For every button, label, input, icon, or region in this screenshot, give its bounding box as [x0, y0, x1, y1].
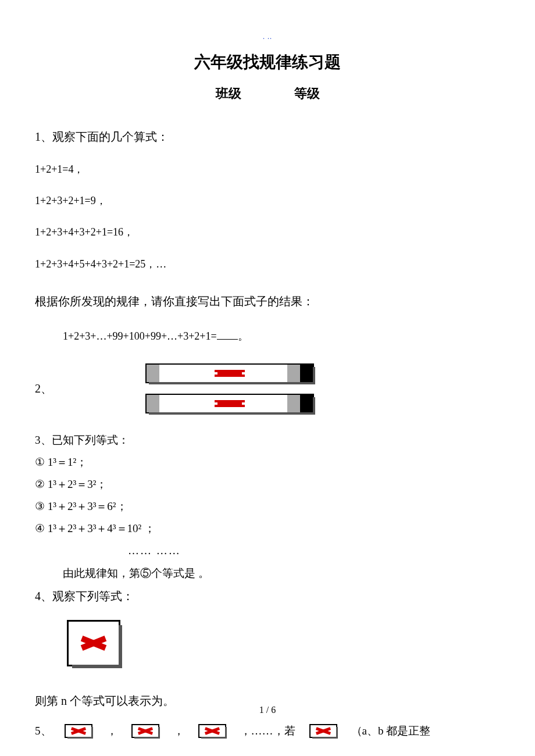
q1-final: 1+2+3+…+99+100+99+…+3+2+1=。 [35, 326, 500, 346]
q5-row2: 数），则 a+b 的最小值是 _。 [35, 751, 500, 756]
broken-image-icon [67, 620, 120, 666]
page-subtitle: 班级 等级 [35, 85, 500, 102]
page-footer: 1 / 6 [0, 705, 535, 715]
q4-lead: 4、观察下列等式： [35, 585, 500, 607]
q5-sep: ， [173, 720, 184, 742]
q1-final-expr: 1+2+3+…+99+100+99+…+3+2+1= [63, 330, 217, 342]
q2-label: 2、 [35, 377, 52, 400]
q3-item-3: ③ 1³＋2³＋3³＝6²； [35, 496, 500, 517]
page-title: 六年级找规律练习题 [35, 51, 500, 73]
header-mark: . .. [263, 33, 272, 41]
broken-image-icon [309, 724, 337, 738]
q5-sep: ， [106, 720, 117, 742]
q3-lead: 3、已知下列等式： [35, 430, 500, 451]
q3-dots: …… …… [35, 540, 500, 561]
q1-line-3: 1+2+3+4+3+2+1=16， [35, 222, 500, 242]
q3-item-1: ① 1³＝1²； [35, 452, 500, 473]
q2-images [145, 363, 314, 413]
q3: 3、已知下列等式： ① 1³＝1²； ② 1³＋2³＝3²； ③ 1³＋2³＋3… [35, 430, 500, 584]
q1-examples: 1+2+1=4， 1+2+3+2+1=9， 1+2+3+4+3+2+1=16， … [35, 159, 500, 274]
q4-image-wrap [67, 620, 500, 666]
page: . .. 六年级找规律练习题 班级 等级 1、观察下面的几个算式： 1+2+1=… [0, 0, 535, 756]
broken-image-icon [145, 363, 314, 383]
q1-line-4: 1+2+3+4+5+4+3+2+1=25，… [35, 254, 500, 274]
q3-item-4: ④ 1³＋2³＋3³＋4³＝10² ； [35, 518, 500, 539]
q1-line-1: 1+2+1=4， [35, 159, 500, 179]
body: 1、观察下面的几个算式： 1+2+1=4， 1+2+3+2+1=9， 1+2+3… [35, 126, 500, 756]
broken-image-icon [131, 724, 159, 738]
grade-label: 等级 [294, 86, 320, 101]
q3-item-2: ② 1³＋2³＝3²； [35, 474, 500, 495]
q1-line-2: 1+2+3+2+1=9， [35, 191, 500, 211]
q1-instruction: 根据你所发现的规律，请你直接写出下面式子的结果： [35, 290, 500, 312]
q2-row: 2、 [35, 363, 500, 413]
q5: 5、 ， ， ，……，若 （a、b 都是正整 数），则 a+b 的最小值是 _。 [35, 720, 500, 756]
q1-blank [217, 329, 238, 340]
q1-final-suffix: 。 [238, 330, 248, 342]
q3-conclusion: 由此规律知，第⑤个等式是 。 [35, 563, 500, 584]
broken-image-icon [65, 724, 92, 738]
q5-row1: 5、 ， ， ，……，若 （a、b 都是正整 [35, 720, 500, 742]
q1-lead: 1、观察下面的几个算式： [35, 126, 500, 148]
q5-tail1: ，……，若 [240, 720, 295, 742]
broken-image-icon [145, 394, 314, 413]
class-label: 班级 [216, 86, 241, 101]
q5-tail2: （a、b 都是正整 [351, 720, 431, 742]
q5-label: 5、 [35, 720, 52, 742]
broken-image-icon [198, 724, 226, 738]
